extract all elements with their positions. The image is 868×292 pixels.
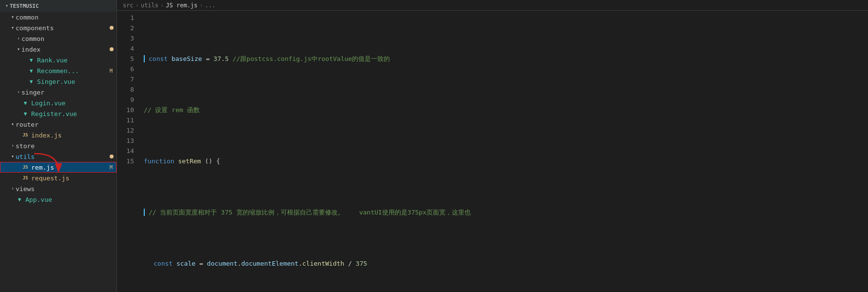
components-label: components — [16, 24, 110, 32]
sidebar-item-singer-vue[interactable]: ▼ Singer.vue — [0, 76, 116, 87]
breadcrumb-utils: utils — [141, 2, 158, 9]
common-sub-label: common — [21, 35, 116, 42]
sidebar-item-singer-folder[interactable]: singer — [0, 87, 116, 97]
sidebar-item-router[interactable]: router — [0, 119, 116, 130]
rem-icon: JS — [21, 163, 29, 171]
code-area[interactable]: 1 2 3 4 5 6 7 8 9 10 11 12 13 14 15 cons… — [117, 11, 868, 292]
request-label: request.js — [31, 175, 116, 182]
singer-vue-label: Singer.vue — [37, 78, 116, 85]
rem-label: rem.js — [31, 164, 108, 171]
index-arrow — [16, 46, 21, 52]
router-label: router — [16, 121, 116, 128]
singer-folder-label: singer — [21, 89, 116, 96]
breadcrumb: src › utils › JS rem.js › ... — [117, 0, 868, 11]
store-arrow — [10, 143, 16, 149]
login-icon: ▼ — [21, 99, 29, 107]
components-badge — [110, 26, 114, 30]
sidebar-item-recommen[interactable]: ▼ Recommen... M — [0, 65, 116, 76]
singer-folder-arrow — [16, 89, 21, 95]
sidebar-item-components[interactable]: components — [0, 22, 116, 33]
code-line-3: function setRem () { — [144, 156, 868, 166]
breadcrumb-src: src — [123, 2, 134, 9]
sidebar-item-store[interactable]: store — [0, 140, 116, 151]
rank-label: Rank.vue — [37, 57, 116, 64]
index-badge — [110, 47, 114, 51]
utils-arrow — [10, 154, 16, 159]
line1-marker — [144, 55, 145, 62]
store-label: store — [16, 142, 116, 150]
views-label: views — [16, 185, 116, 193]
sidebar-item-common-sub[interactable]: common — [0, 33, 116, 44]
app-icon: ▼ — [16, 195, 23, 203]
sidebar-item-app[interactable]: ▼ App.vue — [0, 194, 116, 205]
register-label: Register.vue — [31, 110, 116, 117]
register-icon: ▼ — [21, 110, 29, 117]
line-numbers: 1 2 3 4 5 6 7 8 9 10 11 12 13 14 15 — [117, 13, 139, 292]
common-label: common — [16, 14, 116, 21]
line4-marker — [144, 209, 145, 216]
common-sub-arrow — [16, 36, 21, 41]
code-line-2: // 设置 rem 函数 — [144, 105, 868, 115]
project-header[interactable]: TESTMUSIC — [0, 0, 116, 12]
components-arrow — [10, 25, 16, 31]
code-line-5: const scale = document.documentElement.c… — [144, 258, 868, 269]
sidebar-item-views[interactable]: views — [0, 183, 116, 194]
project-arrow — [4, 3, 10, 9]
utils-label: utils — [16, 153, 110, 160]
breadcrumb-remjs: JS rem.js — [166, 2, 197, 9]
project-name: TESTMUSIC — [10, 3, 116, 9]
rank-icon: ▼ — [27, 56, 35, 64]
sidebar-item-common[interactable]: common — [0, 12, 116, 22]
recommen-label: Recommen... — [37, 67, 108, 75]
code-line-4: // 当前页面宽度相对于 375 宽的缩放比例，可根据自己需要修改。 vantU… — [144, 207, 868, 217]
request-icon: JS — [21, 174, 29, 182]
editor: src › utils › JS rem.js › ... 1 2 3 4 5 … — [117, 0, 868, 292]
code-line-1: const baseSize = 37.5 //跟postcss.config.… — [144, 54, 868, 64]
sidebar-item-request[interactable]: JS request.js — [0, 173, 116, 183]
singer-vue-icon: ▼ — [27, 78, 35, 85]
rem-badge: M — [108, 164, 115, 171]
sidebar: TESTMUSIC common components common index… — [0, 0, 117, 292]
router-index-icon: JS — [21, 131, 29, 139]
sidebar-item-login[interactable]: ▼ Login.vue — [0, 97, 116, 108]
utils-badge — [110, 155, 114, 158]
views-arrow — [10, 186, 16, 192]
code-content: const baseSize = 37.5 //跟postcss.config.… — [139, 13, 868, 292]
router-index-label: index.js — [31, 132, 116, 139]
recommen-icon: ▼ — [27, 67, 35, 75]
sidebar-item-rank[interactable]: ▼ Rank.vue — [0, 55, 116, 65]
router-arrow — [10, 121, 16, 127]
common-arrow — [10, 14, 16, 20]
sidebar-item-utils[interactable]: utils — [0, 151, 116, 162]
sidebar-item-router-index[interactable]: JS index.js — [0, 130, 116, 140]
app-label: App.vue — [25, 196, 116, 203]
sidebar-item-index[interactable]: index — [0, 44, 116, 55]
recommen-badge: M — [108, 68, 115, 74]
login-label: Login.vue — [31, 99, 116, 107]
sidebar-item-rem[interactable]: JS rem.js M — [0, 162, 116, 173]
breadcrumb-ellipsis: ... — [205, 2, 216, 9]
sidebar-item-register[interactable]: ▼ Register.vue — [0, 108, 116, 119]
index-label: index — [21, 46, 110, 53]
